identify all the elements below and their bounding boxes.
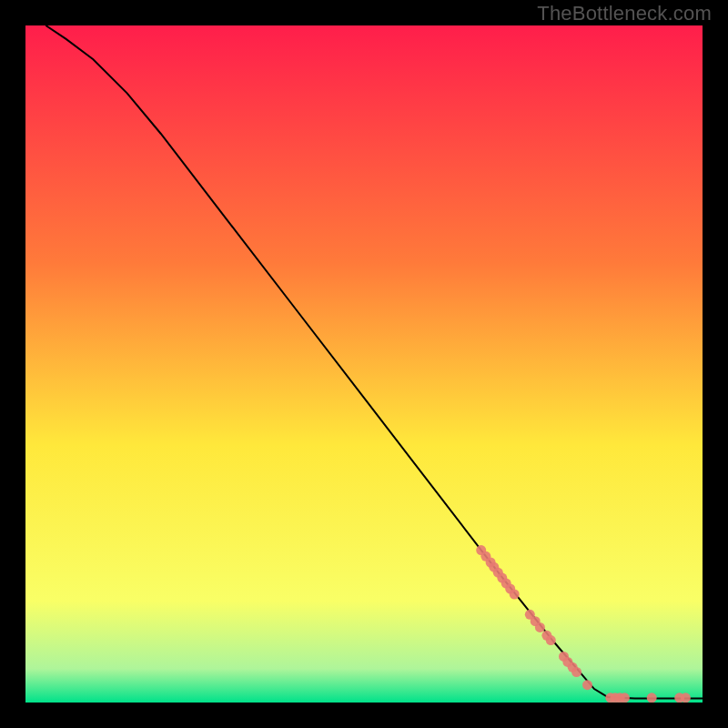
plot-area bbox=[25, 25, 703, 703]
marker-point bbox=[681, 693, 691, 703]
marker-point bbox=[582, 680, 592, 690]
marker-point bbox=[535, 622, 545, 632]
chart-svg bbox=[25, 25, 703, 703]
watermark-label: TheBottleneck.com bbox=[537, 2, 712, 25]
marker-point bbox=[647, 693, 657, 703]
chart-frame: TheBottleneck.com bbox=[0, 0, 728, 728]
marker-point bbox=[546, 635, 556, 645]
marker-point bbox=[571, 667, 581, 677]
marker-point bbox=[620, 693, 630, 703]
gradient-bg bbox=[25, 25, 703, 703]
marker-point bbox=[510, 590, 520, 600]
